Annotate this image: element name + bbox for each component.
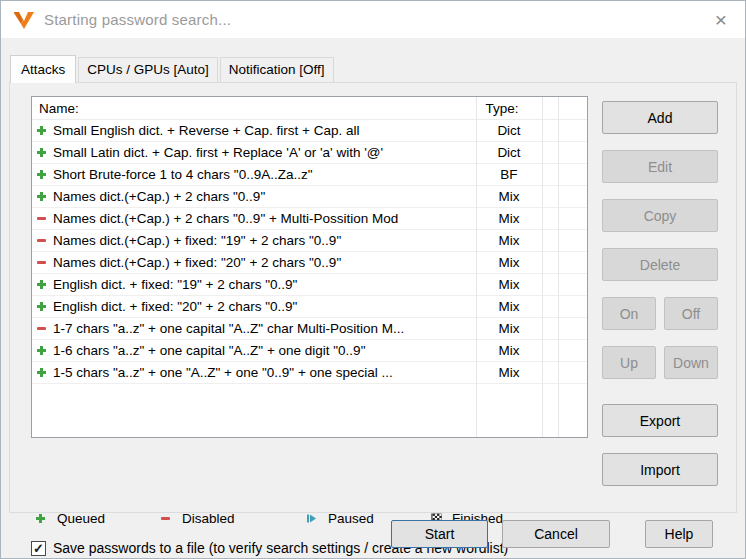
list-item[interactable]: 1-5 chars "a..z" + one "A..Z" + one "0..… [32,362,587,384]
list-item[interactable]: English dict. + fixed: "20" + 2 chars "0… [32,296,587,318]
side-button-column: Add Edit Copy Delete On Off Up Down Expo… [602,96,718,502]
disabled-icon [36,323,53,334]
close-icon[interactable]: × [710,10,732,30]
list-item[interactable]: Names dict.(+Cap.) + fixed: "20" + 2 cha… [32,252,587,274]
attack-name: 1-6 chars "a..z" + one capital "A..Z" + … [53,343,476,358]
attack-type: Mix [476,189,542,204]
queued-icon [36,147,53,158]
window-title: Starting password search... [44,11,710,28]
attack-type: Mix [476,211,542,226]
import-button[interactable]: Import [602,453,718,486]
attack-type: Mix [476,365,542,380]
attack-type: Mix [476,321,542,336]
tab-cpus-gpus[interactable]: CPUs / GPUs [Auto] [78,57,218,82]
up-button[interactable]: Up [602,346,656,379]
column-header-type[interactable]: Type: [469,101,535,116]
attack-type: Mix [476,255,542,270]
attack-type: Dict [476,123,542,138]
dialog-button-row: Start Cancel Help [1,520,745,548]
disabled-icon [36,257,53,268]
export-button[interactable]: Export [602,404,718,437]
attack-name: 1-5 chars "a..z" + one "A..Z" + one "0..… [53,365,476,380]
queued-icon [36,301,53,312]
off-button[interactable]: Off [664,297,718,330]
queued-icon [36,191,53,202]
attack-name: English dict. + fixed: "19" + 2 chars "0… [53,277,476,292]
attack-type: Mix [476,299,542,314]
attack-name: Small English dict. + Reverse + Cap. fir… [53,123,476,138]
attack-name: Names dict.(+Cap.) + 2 chars "0..9" [53,189,476,204]
tab-notification[interactable]: Notification [Off] [220,57,334,82]
attack-type: Mix [476,233,542,248]
app-logo-icon [13,10,35,30]
column-divider [558,97,559,437]
attacks-panel: Name: Type: Small English dict. + Revers… [9,82,737,513]
help-button[interactable]: Help [645,520,713,548]
cancel-button[interactable]: Cancel [502,520,610,548]
queued-icon [36,169,53,180]
disabled-icon [36,235,53,246]
queued-icon [36,279,53,290]
column-divider [542,97,543,437]
edit-button[interactable]: Edit [602,150,718,183]
attack-name: Names dict.(+Cap.) + 2 chars "0..9" + Mu… [53,211,476,226]
queued-icon [36,345,53,356]
list-header: Name: Type: [32,97,587,120]
attack-name: 1-7 chars "a..z" + one capital "A..Z" ch… [53,321,476,336]
list-item[interactable]: Names dict.(+Cap.) + 2 chars "0..9" + Mu… [32,208,587,230]
attack-list[interactable]: Name: Type: Small English dict. + Revers… [31,96,588,438]
list-item[interactable]: 1-7 chars "a..z" + one capital "A..Z" ch… [32,318,587,340]
disabled-icon [36,213,53,224]
list-item[interactable]: Short Brute-force 1 to 4 chars "0..9A..Z… [32,164,587,186]
list-item[interactable]: Small Latin dict. + Cap. first + Replace… [32,142,587,164]
list-item[interactable]: 1-6 chars "a..z" + one capital "A..Z" + … [32,340,587,362]
list-item[interactable]: English dict. + fixed: "19" + 2 chars "0… [32,274,587,296]
attack-name: Names dict.(+Cap.) + fixed: "20" + 2 cha… [53,255,476,270]
column-divider [476,97,477,437]
start-button[interactable]: Start [391,520,488,548]
queued-icon [36,125,53,136]
delete-button[interactable]: Delete [602,248,718,281]
attack-name: Small Latin dict. + Cap. first + Replace… [53,145,476,160]
tab-bar: Attacks CPUs / GPUs [Auto] Notification … [10,55,745,82]
attack-type: BF [476,167,542,182]
on-button[interactable]: On [602,297,656,330]
attack-type: Mix [476,277,542,292]
attack-name: Short Brute-force 1 to 4 chars "0..9A..Z… [53,167,476,182]
titlebar: Starting password search... × [1,1,745,38]
column-header-name[interactable]: Name: [32,101,469,116]
attack-name: English dict. + fixed: "20" + 2 chars "0… [53,299,476,314]
list-rows: Small English dict. + Reverse + Cap. fir… [32,120,587,384]
list-item[interactable]: Names dict.(+Cap.) + fixed: "19" + 2 cha… [32,230,587,252]
attack-type: Mix [476,343,542,358]
queued-icon [36,367,53,378]
copy-button[interactable]: Copy [602,199,718,232]
attack-type: Dict [476,145,542,160]
list-item[interactable]: Names dict.(+Cap.) + 2 chars "0..9"Mix [32,186,587,208]
attack-name: Names dict.(+Cap.) + fixed: "19" + 2 cha… [53,233,476,248]
down-button[interactable]: Down [664,346,718,379]
tab-attacks[interactable]: Attacks [10,55,76,83]
list-item[interactable]: Small English dict. + Reverse + Cap. fir… [32,120,587,142]
add-button[interactable]: Add [602,101,718,134]
